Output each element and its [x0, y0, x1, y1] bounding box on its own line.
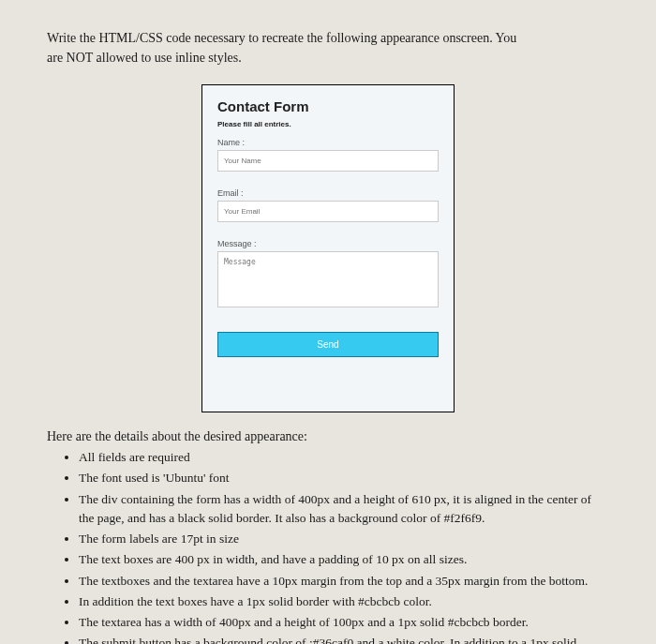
- list-item: The text boxes are 400 px in width, and …: [79, 550, 609, 569]
- contact-form-container: Contact Form Please fill all entries. Na…: [201, 84, 455, 412]
- name-label: Name :: [217, 138, 439, 147]
- list-item: The div containing the form has a width …: [79, 490, 609, 529]
- email-label: Email :: [217, 188, 439, 198]
- name-input[interactable]: [217, 150, 439, 172]
- form-subtitle: Please fill all entries.: [217, 120, 439, 128]
- form-title: Contact Form: [217, 98, 439, 114]
- instruction-line-1: Write the HTML/CSS code necessary to rec…: [47, 31, 516, 45]
- instruction-line-2: are NOT allowed to use inline styles.: [47, 51, 242, 65]
- list-item: The form labels are 17pt in size: [79, 530, 609, 548]
- list-item: The textboxes and the textarea have a 10…: [79, 572, 609, 591]
- send-button[interactable]: Send: [217, 332, 439, 357]
- list-item: In addition the text boxes have a 1px so…: [79, 592, 609, 611]
- list-item: The submit button has a background color…: [79, 634, 609, 644]
- message-label: Message :: [217, 239, 439, 248]
- details-list: All fields are required The font used is…: [47, 448, 609, 644]
- instructions-block: Write the HTML/CSS code necessary to rec…: [47, 28, 609, 67]
- email-input[interactable]: [217, 201, 439, 222]
- form-preview-wrapper: Contact Form Please fill all entries. Na…: [47, 84, 609, 412]
- list-item: The font used is 'Ubuntu' font: [79, 469, 609, 487]
- message-textarea[interactable]: [217, 251, 439, 307]
- list-item: The textarea has a width of 400px and a …: [79, 613, 609, 632]
- details-intro: Here are the details about the desired a…: [47, 429, 609, 444]
- list-item: All fields are required: [79, 448, 609, 467]
